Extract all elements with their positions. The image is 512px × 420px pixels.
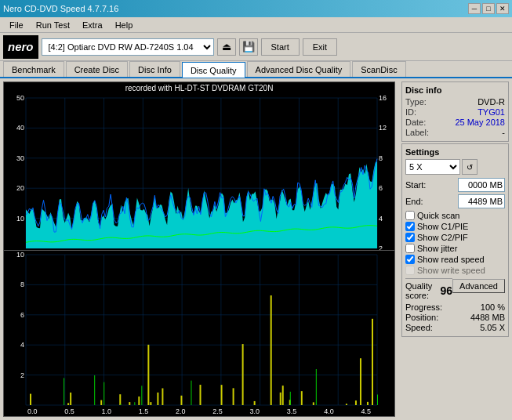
quick-scan-label: Quick scan [417,211,459,220]
disc-id-value: TYG01 [478,107,505,117]
close-button[interactable]: ✕ [496,3,509,14]
end-input[interactable] [458,194,505,208]
disc-date-label: Date: [405,118,426,127]
minimize-button[interactable]: ─ [468,3,481,14]
tab-disc-info[interactable]: Disc Info [129,61,180,77]
right-panel: Disc info Type: DVD-R ID: TYG01 Date: 25… [398,78,512,420]
bottom-chart [4,251,394,407]
disc-id-label: ID: [405,107,416,117]
disc-type-row: Type: DVD-R [405,97,505,107]
disc-date-value: 25 May 2018 [455,118,505,127]
start-input[interactable] [458,178,505,192]
toolbar: nero [4:2] Optiarc DVD RW AD-7240S 1.04 … [0,33,512,61]
disc-type-value: DVD-R [478,97,505,107]
position-row: Position: 4488 MB [405,313,505,322]
show-c2pif-checkbox[interactable] [405,233,415,242]
menu-extra[interactable]: Extra [76,19,109,31]
quick-scan-checkbox[interactable] [405,211,415,220]
position-label: Position: [405,313,438,322]
speed-refresh-icon[interactable]: ↺ [462,159,478,175]
tab-benchmark[interactable]: Benchmark [3,61,64,77]
show-write-speed-row: Show write speed [405,266,505,275]
speed-row: 5 X Maximum 1 X 2 X 4 X 8 X ↺ [405,159,505,175]
show-c1pie-row: Show C1/PIE [405,222,505,231]
quality-score-label: Quality score: [405,281,440,300]
settings-section: Settings 5 X Maximum 1 X 2 X 4 X 8 X ↺ S… [401,143,509,337]
progress-row: Progress: 100 % [405,302,505,312]
exit-button[interactable]: Exit [303,38,337,56]
maximize-button[interactable]: □ [482,3,495,14]
start-input-row: Start: [405,178,505,192]
tabbar: Benchmark Create Disc Disc Info Disc Qua… [0,61,512,78]
disc-type-label: Type: [405,97,427,107]
end-label: End: [405,197,423,206]
tab-disc-quality[interactable]: Disc Quality [182,62,245,78]
top-chart [4,94,394,251]
advanced-button[interactable]: Advanced [452,279,505,293]
show-c1pie-checkbox[interactable] [405,222,415,231]
menubar: File Run Test Extra Help [0,17,512,33]
main-content: recorded with HL-DT-ST DVDRAM GT20N 0.00… [0,78,512,420]
quality-score-row: Quality score: 96 [405,278,452,300]
show-c1pie-label: Show C1/PIE [417,222,468,231]
tab-create-disc[interactable]: Create Disc [66,61,128,77]
quality-score-value: 96 [440,284,452,297]
end-input-row: End: [405,194,505,208]
show-jitter-checkbox[interactable] [405,244,415,253]
show-write-speed-label: Show write speed [417,266,485,275]
titlebar-title: Nero CD-DVD Speed 4.7.7.16 [3,4,118,13]
progress-value: 100 % [481,302,505,312]
disc-info-section: Disc info Type: DVD-R ID: TYG01 Date: 25… [401,81,509,142]
position-value: 4488 MB [470,313,505,322]
start-button[interactable]: Start [261,38,300,56]
menu-runtest[interactable]: Run Test [30,19,76,31]
quick-scan-row: Quick scan [405,211,505,220]
titlebar-controls: ─ □ ✕ [468,3,509,14]
show-c2pif-label: Show C2/PIF [417,233,468,242]
x-axis-labels: 0.00.51.01.52.02.53.03.54.04.5 [4,407,394,416]
tab-scandisc[interactable]: ScanDisc [352,61,405,77]
speed-select[interactable]: 5 X Maximum 1 X 2 X 4 X 8 X [405,159,460,175]
show-jitter-row: Show jitter [405,244,505,253]
disc-label-label: Label: [405,128,429,137]
chart-title: recorded with HL-DT-ST DVDRAM GT20N [4,82,394,94]
chart-area: recorded with HL-DT-ST DVDRAM GT20N 0.00… [3,81,395,417]
tab-advanced-disc-quality[interactable]: Advanced Disc Quality [247,61,351,77]
disc-info-title: Disc info [405,85,505,95]
disc-label-value: - [502,128,505,137]
settings-title: Settings [405,147,505,157]
disc-id-row: ID: TYG01 [405,107,505,117]
drive-select[interactable]: [4:2] Optiarc DVD RW AD-7240S 1.04 [42,38,214,56]
show-read-speed-label: Show read speed [417,255,485,264]
show-write-speed-checkbox[interactable] [405,266,415,275]
speed-value: 5.05 X [480,323,505,332]
progress-label: Progress: [405,302,442,312]
show-jitter-label: Show jitter [417,244,457,253]
show-c2pif-row: Show C2/PIF [405,233,505,242]
progress-section: Progress: 100 % Position: 4488 MB Speed:… [405,302,505,332]
menu-file[interactable]: File [3,19,30,31]
save-icon[interactable]: 💾 [239,38,258,56]
disc-label-row: Label: - [405,128,505,137]
speed-row-progress: Speed: 5.05 X [405,323,505,332]
show-read-speed-row: Show read speed [405,255,505,264]
show-read-speed-checkbox[interactable] [405,255,415,264]
titlebar: Nero CD-DVD Speed 4.7.7.16 ─ □ ✕ [0,0,512,17]
disc-date-row: Date: 25 May 2018 [405,118,505,127]
start-label: Start: [405,180,426,190]
nero-logo: nero [3,35,38,59]
eject-icon[interactable]: ⏏ [217,38,236,56]
speed-label: Speed: [405,323,433,332]
menu-help[interactable]: Help [109,19,140,31]
